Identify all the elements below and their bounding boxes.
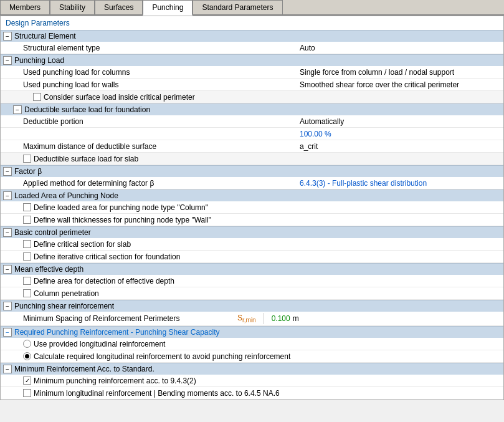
row-punching-load-walls: Used punching load for walls Smoothed sh…	[1, 79, 503, 91]
checkbox-area-detection[interactable]	[23, 277, 31, 285]
toggle-mean-depth[interactable]: −	[3, 265, 12, 274]
section-required-punching: − Required Punching Reinforcement - Punc…	[1, 326, 503, 338]
checkbox-iterative-critical-foundation[interactable]	[23, 252, 31, 261]
toggle-punching-load[interactable]: −	[3, 56, 12, 65]
radio-calculate-required[interactable]	[23, 352, 31, 360]
radio-use-provided[interactable]	[23, 340, 31, 348]
toggle-loaded-area[interactable]: −	[3, 191, 12, 200]
checkbox-min-longitudinal[interactable]	[23, 389, 31, 397]
row-factor-beta-method: Applied method for determining factor β …	[1, 177, 503, 189]
tab-stability[interactable]: Stability	[50, 0, 95, 14]
section-mean-depth: − Mean effective depth	[1, 263, 503, 275]
toggle-min-reinforcement[interactable]: −	[3, 365, 12, 373]
checkbox-surface-load-critical[interactable]	[33, 93, 41, 101]
row-column-penetration: Column penetration	[1, 287, 503, 300]
design-params-header: Design Parameters	[1, 16, 503, 30]
tab-members[interactable]: Members	[0, 0, 50, 14]
section-shear-reinforcement: − Punching shear reinforcement	[1, 300, 503, 312]
toggle-basic-control[interactable]: −	[3, 228, 12, 237]
tab-punching[interactable]: Punching	[143, 0, 193, 16]
row-calculate-required-longitudinal: Calculate required longitudinal reinforc…	[1, 350, 503, 363]
row-use-provided-longitudinal: Use provided longitudinal reinforcement	[1, 338, 503, 350]
tab-bar: Members Stability Surfaces Punching Stan…	[0, 0, 504, 16]
row-iterative-critical-foundation: Define iterative critical section for fo…	[1, 251, 503, 263]
checkbox-column-penetration[interactable]	[23, 289, 31, 297]
checkbox-loaded-area-column[interactable]	[23, 203, 31, 211]
toggle-factor-beta[interactable]: −	[3, 167, 12, 176]
toggle-deductible-foundation[interactable]: −	[13, 105, 22, 114]
section-punching-load: − Punching Load	[1, 54, 503, 66]
row-min-spacing: Minimum Spacing of Reinforcement Perimet…	[1, 312, 503, 326]
row-min-punching-reinforcement: Minimum punching reinforcement acc. to 9…	[1, 375, 503, 387]
section-deductible-foundation: − Deductible surface load for foundation	[1, 103, 503, 115]
section-loaded-area: − Loaded Area of Punching Node	[1, 189, 503, 201]
row-deductible-slab: Deductible surface load for slab	[1, 153, 503, 165]
checkbox-loaded-area-wall[interactable]	[23, 216, 31, 224]
checkbox-deductible-slab[interactable]	[23, 155, 31, 163]
min-spacing-value: 0.100	[272, 314, 290, 323]
row-punching-load-columns: Used punching load for columns Single fo…	[1, 66, 503, 79]
row-deductible-portion-value: 100.00 %	[1, 128, 503, 140]
row-loaded-area-wall: Define wall thicknesses for punching nod…	[1, 214, 503, 226]
row-area-detection: Define area for detection of effective d…	[1, 275, 503, 287]
tab-standard-parameters[interactable]: Standard Parameters	[193, 0, 282, 14]
section-structural-element: − Structural Element	[1, 30, 503, 42]
checkbox-min-punching-reinforcement[interactable]	[23, 376, 31, 385]
section-factor-beta: − Factor β	[1, 165, 503, 177]
section-basic-control: − Basic control perimeter	[1, 226, 503, 238]
sr-min-label: Sr,min	[237, 314, 256, 324]
row-min-longitudinal-reinforcement: Minimum longitudinal reinforcement | Ben…	[1, 387, 503, 400]
row-deductible-portion: Deductible portion Automatically	[1, 115, 503, 128]
checkbox-critical-section-slab[interactable]	[23, 240, 31, 248]
section-min-reinforcement: − Minimum Reinforcement Acc. to Standard…	[1, 363, 503, 375]
toggle-structural-element[interactable]: −	[3, 32, 12, 41]
row-structural-element-type: Structural element type Auto	[1, 42, 503, 54]
row-loaded-area-column: Define loaded area for punching node typ…	[1, 201, 503, 214]
toggle-shear-reinforcement[interactable]: −	[3, 302, 12, 310]
row-surface-load-critical: Consider surface load inside critical pe…	[1, 91, 503, 103]
row-critical-section-slab: Define critical section for slab	[1, 238, 503, 251]
toggle-required-punching[interactable]: −	[3, 328, 12, 337]
tab-surfaces[interactable]: Surfaces	[95, 0, 143, 14]
row-max-distance-deductible: Maximum distance of deductible surface a…	[1, 140, 503, 153]
